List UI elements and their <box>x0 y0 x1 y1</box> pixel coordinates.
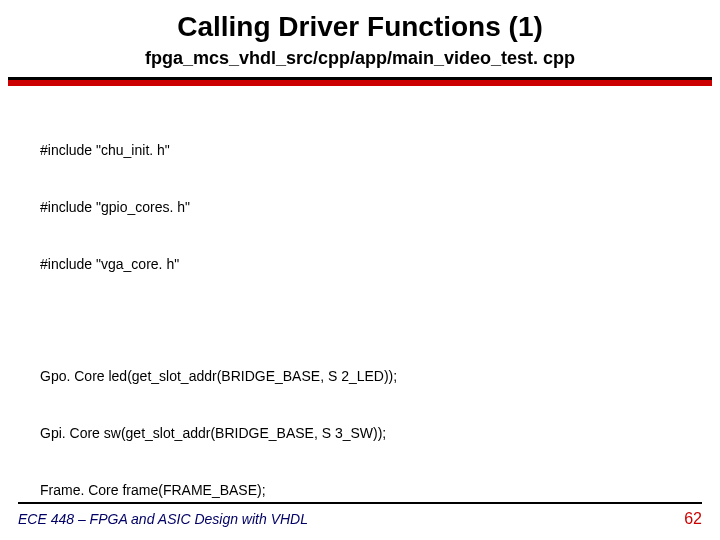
slide-subtitle: fpga_mcs_vhdl_src/cpp/app/main_video_tes… <box>0 48 720 69</box>
code-line: Gpo. Core led(get_slot_addr(BRIDGE_BASE,… <box>40 367 680 386</box>
footer: ECE 448 – FPGA and ASIC Design with VHDL… <box>0 502 720 528</box>
code-includes: #include "chu_init. h" #include "gpio_co… <box>40 104 680 312</box>
footer-page-number: 62 <box>684 510 702 528</box>
code-line: #include "chu_init. h" <box>40 141 680 160</box>
body-content: #include "chu_init. h" #include "gpio_co… <box>0 86 720 540</box>
title-divider <box>8 77 712 86</box>
code-line: Frame. Core frame(FRAME_BASE); <box>40 481 680 500</box>
code-line: #include "gpio_cores. h" <box>40 198 680 217</box>
code-line: Gpi. Core sw(get_slot_addr(BRIDGE_BASE, … <box>40 424 680 443</box>
footer-course: ECE 448 – FPGA and ASIC Design with VHDL <box>18 511 308 527</box>
spacer <box>40 311 680 329</box>
slide-title: Calling Driver Functions (1) <box>0 0 720 44</box>
slide: Calling Driver Functions (1) fpga_mcs_vh… <box>0 0 720 540</box>
code-line: #include "vga_core. h" <box>40 255 680 274</box>
footer-line: ECE 448 – FPGA and ASIC Design with VHDL… <box>18 502 702 528</box>
